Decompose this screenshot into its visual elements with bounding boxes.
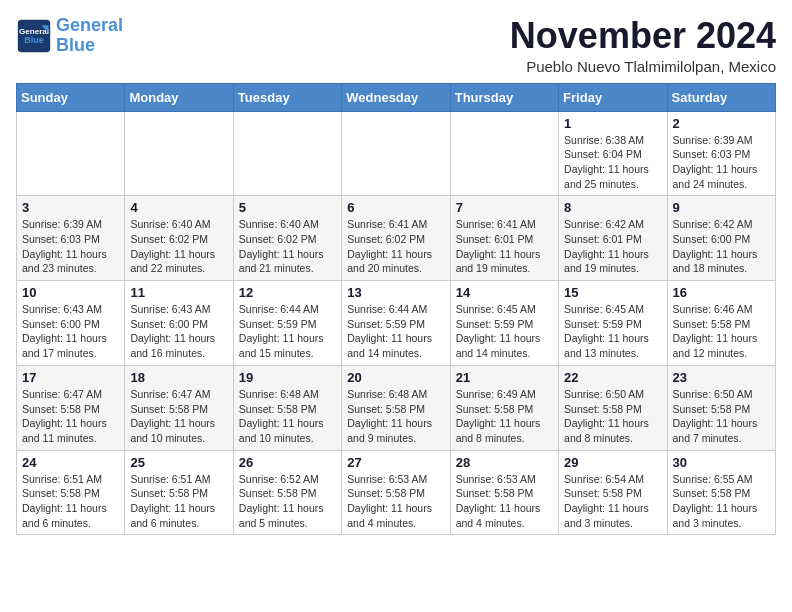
calendar-cell: 9Sunrise: 6:42 AM Sunset: 6:00 PM Daylig… — [667, 196, 775, 281]
calendar-cell: 23Sunrise: 6:50 AM Sunset: 5:58 PM Dayli… — [667, 365, 775, 450]
day-number: 26 — [239, 455, 336, 470]
day-number: 19 — [239, 370, 336, 385]
day-info: Sunrise: 6:39 AM Sunset: 6:03 PM Dayligh… — [22, 217, 119, 276]
day-number: 13 — [347, 285, 444, 300]
calendar-cell: 28Sunrise: 6:53 AM Sunset: 5:58 PM Dayli… — [450, 450, 558, 535]
day-info: Sunrise: 6:50 AM Sunset: 5:58 PM Dayligh… — [673, 387, 770, 446]
day-info: Sunrise: 6:48 AM Sunset: 5:58 PM Dayligh… — [347, 387, 444, 446]
calendar-cell: 25Sunrise: 6:51 AM Sunset: 5:58 PM Dayli… — [125, 450, 233, 535]
page-header: General Blue General Blue November 2024 … — [16, 16, 776, 75]
day-info: Sunrise: 6:49 AM Sunset: 5:58 PM Dayligh… — [456, 387, 553, 446]
day-number: 6 — [347, 200, 444, 215]
calendar-cell: 30Sunrise: 6:55 AM Sunset: 5:58 PM Dayli… — [667, 450, 775, 535]
day-number: 12 — [239, 285, 336, 300]
day-info: Sunrise: 6:42 AM Sunset: 6:01 PM Dayligh… — [564, 217, 661, 276]
calendar-cell: 8Sunrise: 6:42 AM Sunset: 6:01 PM Daylig… — [559, 196, 667, 281]
calendar-cell: 29Sunrise: 6:54 AM Sunset: 5:58 PM Dayli… — [559, 450, 667, 535]
day-info: Sunrise: 6:40 AM Sunset: 6:02 PM Dayligh… — [130, 217, 227, 276]
calendar-table: SundayMondayTuesdayWednesdayThursdayFrid… — [16, 83, 776, 536]
calendar-cell: 1Sunrise: 6:38 AM Sunset: 6:04 PM Daylig… — [559, 111, 667, 196]
calendar-cell: 12Sunrise: 6:44 AM Sunset: 5:59 PM Dayli… — [233, 281, 341, 366]
day-number: 21 — [456, 370, 553, 385]
day-info: Sunrise: 6:43 AM Sunset: 6:00 PM Dayligh… — [22, 302, 119, 361]
day-number: 7 — [456, 200, 553, 215]
title-block: November 2024 Pueblo Nuevo Tlalmimilolpa… — [510, 16, 776, 75]
week-row-1: 1Sunrise: 6:38 AM Sunset: 6:04 PM Daylig… — [17, 111, 776, 196]
day-info: Sunrise: 6:45 AM Sunset: 5:59 PM Dayligh… — [456, 302, 553, 361]
logo: General Blue General Blue — [16, 16, 123, 56]
day-info: Sunrise: 6:51 AM Sunset: 5:58 PM Dayligh… — [22, 472, 119, 531]
week-row-5: 24Sunrise: 6:51 AM Sunset: 5:58 PM Dayli… — [17, 450, 776, 535]
day-number: 15 — [564, 285, 661, 300]
day-info: Sunrise: 6:41 AM Sunset: 6:01 PM Dayligh… — [456, 217, 553, 276]
day-number: 18 — [130, 370, 227, 385]
day-info: Sunrise: 6:47 AM Sunset: 5:58 PM Dayligh… — [130, 387, 227, 446]
logo-icon: General Blue — [16, 18, 52, 54]
calendar-cell: 4Sunrise: 6:40 AM Sunset: 6:02 PM Daylig… — [125, 196, 233, 281]
day-number: 25 — [130, 455, 227, 470]
day-number: 27 — [347, 455, 444, 470]
day-info: Sunrise: 6:47 AM Sunset: 5:58 PM Dayligh… — [22, 387, 119, 446]
day-number: 10 — [22, 285, 119, 300]
day-info: Sunrise: 6:40 AM Sunset: 6:02 PM Dayligh… — [239, 217, 336, 276]
weekday-header-sunday: Sunday — [17, 83, 125, 111]
day-number: 16 — [673, 285, 770, 300]
weekday-header-monday: Monday — [125, 83, 233, 111]
day-number: 17 — [22, 370, 119, 385]
calendar-cell: 19Sunrise: 6:48 AM Sunset: 5:58 PM Dayli… — [233, 365, 341, 450]
weekday-header-tuesday: Tuesday — [233, 83, 341, 111]
month-title: November 2024 — [510, 16, 776, 56]
calendar-cell — [125, 111, 233, 196]
day-info: Sunrise: 6:55 AM Sunset: 5:58 PM Dayligh… — [673, 472, 770, 531]
calendar-cell: 5Sunrise: 6:40 AM Sunset: 6:02 PM Daylig… — [233, 196, 341, 281]
day-number: 1 — [564, 116, 661, 131]
calendar-cell — [17, 111, 125, 196]
weekday-header-thursday: Thursday — [450, 83, 558, 111]
day-number: 2 — [673, 116, 770, 131]
day-number: 8 — [564, 200, 661, 215]
week-row-3: 10Sunrise: 6:43 AM Sunset: 6:00 PM Dayli… — [17, 281, 776, 366]
calendar-cell: 18Sunrise: 6:47 AM Sunset: 5:58 PM Dayli… — [125, 365, 233, 450]
day-info: Sunrise: 6:44 AM Sunset: 5:59 PM Dayligh… — [239, 302, 336, 361]
day-info: Sunrise: 6:46 AM Sunset: 5:58 PM Dayligh… — [673, 302, 770, 361]
day-info: Sunrise: 6:54 AM Sunset: 5:58 PM Dayligh… — [564, 472, 661, 531]
day-info: Sunrise: 6:52 AM Sunset: 5:58 PM Dayligh… — [239, 472, 336, 531]
day-info: Sunrise: 6:53 AM Sunset: 5:58 PM Dayligh… — [456, 472, 553, 531]
calendar-cell: 24Sunrise: 6:51 AM Sunset: 5:58 PM Dayli… — [17, 450, 125, 535]
day-number: 24 — [22, 455, 119, 470]
day-number: 23 — [673, 370, 770, 385]
day-info: Sunrise: 6:42 AM Sunset: 6:00 PM Dayligh… — [673, 217, 770, 276]
calendar-cell: 26Sunrise: 6:52 AM Sunset: 5:58 PM Dayli… — [233, 450, 341, 535]
calendar-cell — [450, 111, 558, 196]
weekday-header-friday: Friday — [559, 83, 667, 111]
calendar-cell: 13Sunrise: 6:44 AM Sunset: 5:59 PM Dayli… — [342, 281, 450, 366]
day-info: Sunrise: 6:45 AM Sunset: 5:59 PM Dayligh… — [564, 302, 661, 361]
day-info: Sunrise: 6:53 AM Sunset: 5:58 PM Dayligh… — [347, 472, 444, 531]
location: Pueblo Nuevo Tlalmimilolpan, Mexico — [510, 58, 776, 75]
calendar-cell: 11Sunrise: 6:43 AM Sunset: 6:00 PM Dayli… — [125, 281, 233, 366]
calendar-cell: 22Sunrise: 6:50 AM Sunset: 5:58 PM Dayli… — [559, 365, 667, 450]
day-info: Sunrise: 6:50 AM Sunset: 5:58 PM Dayligh… — [564, 387, 661, 446]
calendar-cell: 17Sunrise: 6:47 AM Sunset: 5:58 PM Dayli… — [17, 365, 125, 450]
calendar-cell: 7Sunrise: 6:41 AM Sunset: 6:01 PM Daylig… — [450, 196, 558, 281]
day-info: Sunrise: 6:38 AM Sunset: 6:04 PM Dayligh… — [564, 133, 661, 192]
day-info: Sunrise: 6:41 AM Sunset: 6:02 PM Dayligh… — [347, 217, 444, 276]
calendar-cell — [233, 111, 341, 196]
day-number: 3 — [22, 200, 119, 215]
day-number: 20 — [347, 370, 444, 385]
calendar-cell: 10Sunrise: 6:43 AM Sunset: 6:00 PM Dayli… — [17, 281, 125, 366]
day-number: 14 — [456, 285, 553, 300]
day-number: 5 — [239, 200, 336, 215]
calendar-cell: 15Sunrise: 6:45 AM Sunset: 5:59 PM Dayli… — [559, 281, 667, 366]
calendar-cell: 27Sunrise: 6:53 AM Sunset: 5:58 PM Dayli… — [342, 450, 450, 535]
day-number: 4 — [130, 200, 227, 215]
day-number: 29 — [564, 455, 661, 470]
day-number: 28 — [456, 455, 553, 470]
calendar-cell — [342, 111, 450, 196]
calendar-cell: 20Sunrise: 6:48 AM Sunset: 5:58 PM Dayli… — [342, 365, 450, 450]
calendar-cell: 3Sunrise: 6:39 AM Sunset: 6:03 PM Daylig… — [17, 196, 125, 281]
weekday-header-wednesday: Wednesday — [342, 83, 450, 111]
day-number: 30 — [673, 455, 770, 470]
calendar-cell: 2Sunrise: 6:39 AM Sunset: 6:03 PM Daylig… — [667, 111, 775, 196]
week-row-2: 3Sunrise: 6:39 AM Sunset: 6:03 PM Daylig… — [17, 196, 776, 281]
